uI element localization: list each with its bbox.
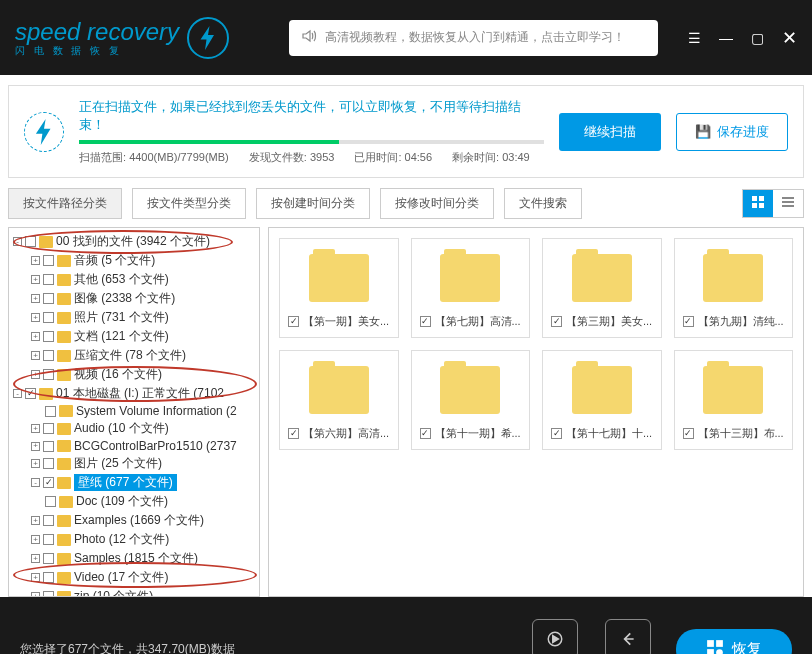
expander-icon[interactable]: - [13,389,22,398]
tree-checkbox[interactable] [43,331,54,342]
folder-icon [57,293,71,305]
tree-item[interactable]: +压缩文件 (78 个文件) [11,346,257,365]
folder-icon [57,515,71,527]
tree-checkbox[interactable] [43,423,54,434]
tree-checkbox[interactable] [25,236,36,247]
minimize-button[interactable]: — [719,30,733,46]
expander-icon[interactable]: + [31,592,40,597]
expander-icon[interactable]: + [31,256,40,265]
tree-item[interactable]: +图片 (25 个文件) [11,454,257,473]
expander-icon[interactable]: + [31,554,40,563]
tree-item[interactable]: -01 本地磁盘 (I:) 正常文件 (7102 [11,384,257,403]
folder-tree-panel[interactable]: -00 找到的文件 (3942 个文件)+音频 (5 个文件)+其他 (653 … [8,227,260,597]
continue-scan-button[interactable]: 继续扫描 [559,113,661,151]
file-item[interactable]: 【第十一期】希... [411,350,531,450]
tree-item[interactable]: Doc (109 个文件) [11,492,257,511]
tree-item[interactable]: +Audio (10 个文件) [11,419,257,438]
tree-checkbox[interactable] [43,255,54,266]
tab-by-path[interactable]: 按文件路径分类 [8,188,122,219]
expander-icon[interactable]: + [31,294,40,303]
expander-icon[interactable]: + [31,332,40,341]
file-item[interactable]: 【第三期】美女... [542,238,662,338]
file-checkbox[interactable] [683,316,694,327]
previous-step-button[interactable]: 上一步 [605,619,651,654]
tab-search[interactable]: 文件搜索 [504,188,582,219]
file-name: 【第一期】美女... [303,314,389,329]
expander-icon[interactable]: + [31,573,40,582]
file-checkbox[interactable] [551,316,562,327]
tree-checkbox[interactable] [43,350,54,361]
file-checkbox[interactable] [420,428,431,439]
expander-icon[interactable]: + [31,370,40,379]
tree-checkbox[interactable] [43,534,54,545]
file-list-panel[interactable]: 【第一期】美女...【第七期】高清...【第三期】美女...【第九期】清纯...… [268,227,804,597]
file-item[interactable]: 【第十七期】十... [542,350,662,450]
tab-by-modified[interactable]: 按修改时间分类 [380,188,494,219]
view-grid-button[interactable] [743,190,773,217]
footer-bar: 您选择了677个文件，共347.70(MB)数据 视频教程 上一步 恢复 [0,597,812,654]
tree-item[interactable]: -壁纸 (677 个文件) [11,473,257,492]
tree-item[interactable]: System Volume Information (2 [11,403,257,419]
tree-checkbox[interactable] [43,369,54,380]
expander-icon[interactable]: + [31,442,40,451]
file-item[interactable]: 【第九期】清纯... [674,238,794,338]
tree-checkbox[interactable] [43,572,54,583]
tree-item[interactable]: +其他 (653 个文件) [11,270,257,289]
close-button[interactable]: ✕ [782,27,797,49]
tree-checkbox[interactable] [43,312,54,323]
file-item[interactable]: 【第一期】美女... [279,238,399,338]
menu-button[interactable]: ☰ [688,30,701,46]
tree-item[interactable]: +图像 (2338 个文件) [11,289,257,308]
tree-checkbox[interactable] [45,496,56,507]
tree-checkbox[interactable] [43,515,54,526]
tree-item[interactable]: +Samples (1815 个文件) [11,549,257,568]
tutorial-banner[interactable]: 高清视频教程，数据恢复从入门到精通，点击立即学习！ [289,20,658,56]
tree-item[interactable]: +zip (10 个文件) [11,587,257,597]
tree-item[interactable]: +文档 (121 个文件) [11,327,257,346]
maximize-button[interactable]: ▢ [751,30,764,46]
folder-icon [39,388,53,400]
video-tutorial-button[interactable]: 视频教程 [532,619,580,654]
tab-by-type[interactable]: 按文件类型分类 [132,188,246,219]
file-checkbox[interactable] [551,428,562,439]
tree-item[interactable]: +BCGControlBarPro1510 (2737 [11,438,257,454]
file-item[interactable]: 【第六期】高清... [279,350,399,450]
tree-checkbox[interactable] [43,477,54,488]
expander-icon[interactable]: + [31,313,40,322]
expander-icon[interactable]: + [31,516,40,525]
tree-checkbox[interactable] [45,406,56,417]
tree-checkbox[interactable] [25,388,36,399]
expander-icon[interactable]: - [13,237,22,246]
tab-by-created[interactable]: 按创建时间分类 [256,188,370,219]
save-progress-button[interactable]: 💾 保存进度 [676,113,788,151]
expander-icon[interactable]: + [31,459,40,468]
file-checkbox[interactable] [420,316,431,327]
tree-item[interactable]: +Photo (12 个文件) [11,530,257,549]
file-checkbox[interactable] [288,428,299,439]
folder-icon [57,350,71,362]
expander-icon[interactable]: + [31,351,40,360]
expander-icon[interactable]: - [31,478,40,487]
expander-icon[interactable]: + [31,535,40,544]
tree-item[interactable]: -00 找到的文件 (3942 个文件) [11,232,257,251]
recover-button[interactable]: 恢复 [676,629,792,654]
expander-icon[interactable]: + [31,275,40,284]
file-item[interactable]: 【第十三期】布... [674,350,794,450]
tree-checkbox[interactable] [43,458,54,469]
tree-checkbox[interactable] [43,441,54,452]
file-name: 【第十一期】希... [435,426,521,441]
tree-item[interactable]: +照片 (731 个文件) [11,308,257,327]
expander-icon[interactable]: + [31,424,40,433]
tree-item[interactable]: +Examples (1669 个文件) [11,511,257,530]
tree-checkbox[interactable] [43,591,54,597]
tree-checkbox[interactable] [43,274,54,285]
file-checkbox[interactable] [288,316,299,327]
tree-item[interactable]: +音频 (5 个文件) [11,251,257,270]
view-list-button[interactable] [773,190,803,217]
file-checkbox[interactable] [683,428,694,439]
tree-item[interactable]: +Video (17 个文件) [11,568,257,587]
file-item[interactable]: 【第七期】高清... [411,238,531,338]
tree-checkbox[interactable] [43,293,54,304]
tree-checkbox[interactable] [43,553,54,564]
tree-item[interactable]: +视频 (16 个文件) [11,365,257,384]
